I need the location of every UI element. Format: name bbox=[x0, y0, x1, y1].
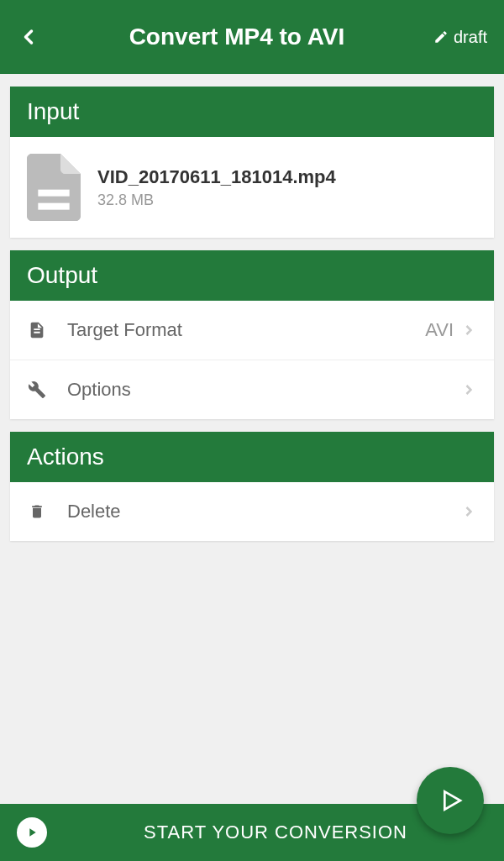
play-icon-small bbox=[17, 817, 47, 848]
file-icon bbox=[27, 154, 81, 221]
actions-section: Actions Delete bbox=[10, 432, 494, 541]
actions-section-header: Actions bbox=[10, 432, 494, 482]
draft-label: draft bbox=[454, 28, 487, 47]
target-format-label: Target Format bbox=[67, 319, 425, 341]
back-button[interactable] bbox=[17, 25, 40, 49]
options-label: Options bbox=[67, 379, 460, 401]
file-size: 32.8 MB bbox=[97, 192, 477, 209]
target-format-item[interactable]: Target Format AVI bbox=[10, 301, 494, 360]
chevron-right-icon bbox=[460, 503, 477, 520]
output-section: Output Target Format AVI Options bbox=[10, 250, 494, 419]
trash-icon bbox=[27, 501, 47, 522]
input-section-header: Input bbox=[10, 87, 494, 137]
svg-rect-1 bbox=[38, 203, 69, 210]
chevron-right-icon bbox=[460, 322, 477, 339]
svg-rect-0 bbox=[38, 190, 69, 197]
options-item[interactable]: Options bbox=[10, 360, 494, 419]
wrench-icon bbox=[27, 380, 47, 400]
app-header: Convert MP4 to AVI draft bbox=[0, 0, 504, 74]
pencil-icon bbox=[433, 29, 449, 45]
content-area: Input VID_20170611_181014.mp4 32.8 MB Ou… bbox=[0, 74, 504, 566]
delete-label: Delete bbox=[67, 501, 460, 522]
start-conversion-fab[interactable] bbox=[417, 767, 484, 834]
target-format-value: AVI bbox=[425, 319, 454, 341]
input-section: Input VID_20170611_181014.mp4 32.8 MB bbox=[10, 87, 494, 238]
delete-item[interactable]: Delete bbox=[10, 482, 494, 541]
start-conversion-label: START YOUR CONVERSION bbox=[64, 822, 487, 843]
svg-marker-2 bbox=[444, 791, 460, 809]
draft-button[interactable]: draft bbox=[433, 28, 487, 47]
chevron-left-icon bbox=[17, 25, 40, 49]
output-section-header: Output bbox=[10, 250, 494, 301]
play-icon bbox=[437, 787, 464, 814]
chevron-right-icon bbox=[460, 381, 477, 398]
file-name: VID_20170611_181014.mp4 bbox=[97, 166, 477, 188]
page-title: Convert MP4 to AVI bbox=[40, 24, 433, 50]
document-icon bbox=[27, 320, 47, 340]
file-details: VID_20170611_181014.mp4 32.8 MB bbox=[97, 166, 477, 209]
input-file-item[interactable]: VID_20170611_181014.mp4 32.8 MB bbox=[10, 137, 494, 238]
